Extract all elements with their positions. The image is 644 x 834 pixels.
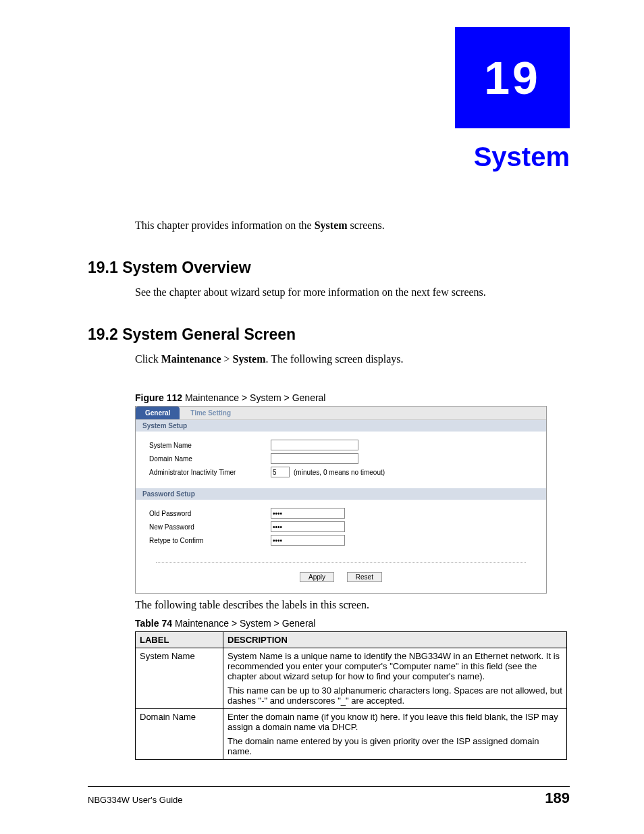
tab-time-setting[interactable]: Time Setting xyxy=(181,407,240,419)
admin-timer-label: Administrator Inactivity Timer xyxy=(149,469,271,476)
row1-p1: System Name is a unique name to identify… xyxy=(227,651,562,681)
intro-suffix: screens. xyxy=(348,219,385,231)
body-gt: > xyxy=(221,353,233,365)
new-password-label: New Password xyxy=(149,523,271,531)
retype-password-input[interactable] xyxy=(271,535,345,546)
chapter-number: 19 xyxy=(484,51,541,104)
chapter-number-box: 19 xyxy=(455,27,570,128)
password-setup-body: Old Password New Password Retype to Conf… xyxy=(136,500,546,556)
figure-caption-text: Maintenance > System > General xyxy=(182,392,325,403)
password-setup-header: Password Setup xyxy=(136,488,546,500)
system-name-label: System Name xyxy=(149,442,271,449)
row1-label: System Name xyxy=(136,648,223,709)
body-b1: Maintenance xyxy=(161,353,221,365)
th-label: LABEL xyxy=(136,632,223,648)
ui-screenshot: General Time Setting System Setup System… xyxy=(135,406,547,594)
footer-guide: NBG334W User's Guide xyxy=(88,795,182,805)
intro-prefix: This chapter provides information on the xyxy=(135,219,315,231)
admin-timer-hint: (minutes, 0 means no timeout) xyxy=(294,469,385,476)
post-figure-text: The following table describes the labels… xyxy=(135,599,570,611)
system-name-input[interactable] xyxy=(271,440,358,450)
description-table: LABEL DESCRIPTION System Name System Nam… xyxy=(135,631,567,760)
row2-p2: The domain name entered by you is given … xyxy=(227,736,562,756)
old-password-input[interactable] xyxy=(271,508,345,519)
section-19-1-body: See the chapter about wizard setup for m… xyxy=(135,286,570,298)
table-caption: Table 74 Maintenance > System > General xyxy=(135,618,570,629)
table-label: Table 74 xyxy=(135,618,172,629)
ui-tabs: General Time Setting xyxy=(136,407,546,420)
table-row: Domain Name Enter the domain name (if yo… xyxy=(136,709,567,760)
figure-label: Figure 112 xyxy=(135,392,182,403)
table-row: System Name System Name is a unique name… xyxy=(136,648,567,709)
retype-password-label: Retype to Confirm xyxy=(149,537,271,544)
row1-p2: This name can be up to 30 alphanumeric c… xyxy=(227,685,562,706)
section-19-2-heading: 19.2 System General Screen xyxy=(88,325,570,344)
new-password-input[interactable] xyxy=(271,521,345,532)
tab-general[interactable]: General xyxy=(136,407,180,419)
reset-button[interactable]: Reset xyxy=(347,572,382,582)
row2-p1: Enter the domain name (if you know it) h… xyxy=(227,712,562,732)
footer-page-number: 189 xyxy=(545,789,570,807)
ui-separator xyxy=(156,562,526,563)
row2-desc: Enter the domain name (if you know it) h… xyxy=(223,709,567,760)
section-19-2-body: Click Maintenance > System. The followin… xyxy=(135,353,570,365)
th-description: DESCRIPTION xyxy=(223,632,567,648)
row2-label: Domain Name xyxy=(136,709,223,760)
domain-name-input[interactable] xyxy=(271,453,358,464)
apply-button[interactable]: Apply xyxy=(300,572,334,582)
system-setup-body: System Name Domain Name Administrator In… xyxy=(136,432,546,488)
body-suffix: . The following screen displays. xyxy=(265,353,403,365)
chapter-title: System xyxy=(474,142,570,172)
figure-caption: Figure 112 Maintenance > System > Genera… xyxy=(135,392,570,403)
section-19-1-heading: 19.1 System Overview xyxy=(88,259,570,277)
table-caption-text: Maintenance > System > General xyxy=(172,618,315,629)
ui-button-row: Apply Reset xyxy=(136,568,546,593)
admin-timer-input[interactable] xyxy=(271,467,290,477)
intro-text: This chapter provides information on the… xyxy=(135,219,570,232)
page-footer: NBG334W User's Guide 189 xyxy=(88,786,570,807)
intro-bold: System xyxy=(315,219,348,231)
body-prefix: Click xyxy=(135,353,161,365)
system-setup-header: System Setup xyxy=(136,420,546,432)
domain-name-label: Domain Name xyxy=(149,455,271,463)
old-password-label: Old Password xyxy=(149,510,271,517)
body-b2: System xyxy=(233,353,266,365)
row1-desc: System Name is a unique name to identify… xyxy=(223,648,567,709)
